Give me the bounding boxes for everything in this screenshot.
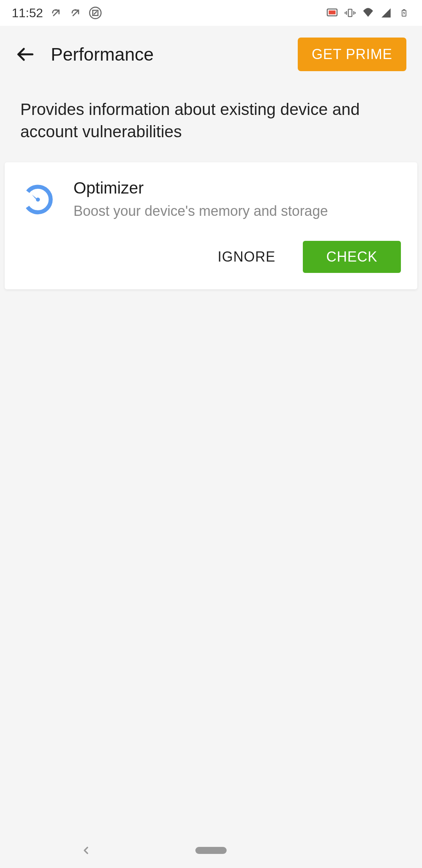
card-title: Optimizer [73,179,401,197]
check-button[interactable]: CHECK [303,241,401,273]
navigation-bar [0,833,422,868]
ignore-button[interactable]: IGNORE [218,249,275,265]
arrow-left-icon [16,45,35,64]
svg-point-13 [36,198,40,202]
page-description: Provides information about existing devi… [0,87,422,162]
get-prime-button[interactable]: GET PRIME [298,38,406,71]
header: Performance GET PRIME [0,26,422,87]
svg-rect-4 [348,9,352,17]
card-actions: IGNORE CHECK [21,241,401,273]
app-icon-2 [70,7,82,19]
nav-home-pill[interactable] [195,847,227,854]
page-title: Performance [51,44,282,65]
signal-icon [380,7,392,19]
card-top: Optimizer Boost your device's memory and… [21,179,401,221]
svg-rect-3 [329,11,336,14]
wifi-icon [362,7,374,19]
status-bar: 11:52 [0,0,422,26]
cast-icon [326,7,338,19]
chevron-left-icon [80,845,92,856]
optimizer-icon [21,181,55,215]
optimizer-card: Optimizer Boost your device's memory and… [5,162,417,289]
status-time: 11:52 [12,6,43,20]
status-left: 11:52 [12,6,102,20]
app-icon-1 [50,7,63,19]
status-right [326,7,410,19]
vibrate-icon [344,7,356,19]
card-subtitle: Boost your device's memory and storage [73,201,401,221]
svg-rect-10 [403,9,405,10]
app-icon-3 [89,7,102,19]
card-content: Optimizer Boost your device's memory and… [73,179,401,221]
nav-back-button[interactable] [78,843,94,858]
back-button[interactable] [16,45,35,64]
battery-icon [398,7,410,19]
